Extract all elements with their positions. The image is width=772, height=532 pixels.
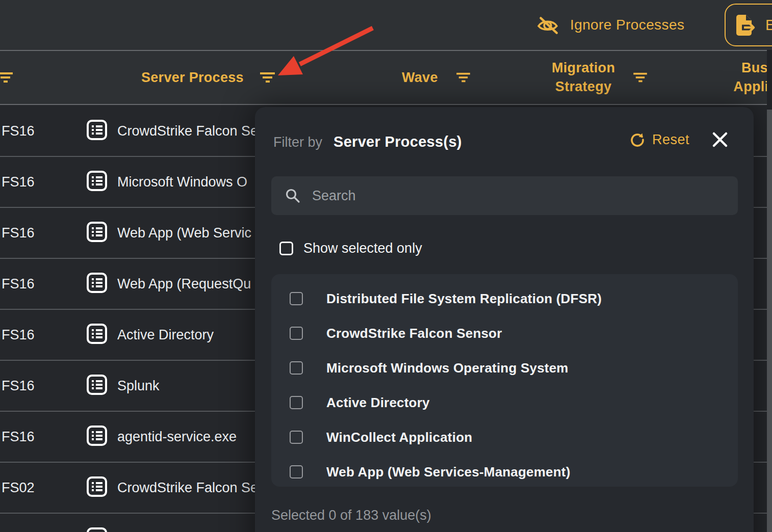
option-label: Microsoft Windows Operating System	[326, 360, 569, 376]
filter-column-name: Server Process(s)	[333, 134, 462, 150]
show-selected-checkbox[interactable]	[279, 242, 293, 255]
process-list-icon	[86, 475, 108, 500]
show-selected-only-toggle[interactable]: Show selected only	[279, 241, 422, 256]
process-name-cell: CrowdStrike Falcon Se	[117, 480, 258, 496]
filter-icon[interactable]	[0, 51, 13, 104]
filter-dialog: Filter by Server Process(s) Reset	[255, 107, 754, 532]
filter-option[interactable]: WinCollect Application	[271, 420, 738, 455]
process-name-cell: Microsoft Windows O	[117, 174, 247, 190]
process-list-icon	[86, 119, 108, 143]
filter-option[interactable]: Web App (Web Services-Management)	[271, 455, 738, 487]
eye-off-icon	[535, 13, 560, 37]
top-toolbar: Ignore Processes E	[0, 0, 772, 50]
process-name-cell: Splunk	[117, 378, 160, 394]
process-list-icon	[86, 221, 108, 245]
process-name-cell: Active Directory	[117, 327, 214, 343]
filter-dialog-title: Filter by Server Process(s)	[273, 134, 462, 150]
process-list-icon	[86, 424, 108, 449]
process-list-icon	[86, 374, 108, 398]
column-header-migration-strategy: Migration Strategy	[552, 51, 648, 104]
show-selected-label: Show selected only	[303, 241, 422, 256]
refresh-icon	[630, 132, 645, 147]
process-list-icon	[86, 526, 108, 532]
option-label: Web App (Web Services-Management)	[326, 464, 571, 480]
server-process-filter-icon[interactable]	[260, 71, 275, 84]
process-name-cell: agentid-service.exe	[117, 429, 237, 445]
server-name-cell: FS02	[2, 463, 35, 513]
server-name-cell: FS16	[2, 208, 35, 258]
option-label: WinCollect Application	[326, 430, 472, 445]
business-application-column-label: Busi Appli	[730, 59, 772, 96]
filter-option[interactable]: Active Directory	[271, 385, 738, 420]
reset-label: Reset	[652, 132, 689, 148]
reset-button[interactable]: Reset	[630, 132, 689, 148]
process-list-icon	[86, 323, 108, 347]
option-checkbox[interactable]	[290, 431, 303, 444]
server-process-column-label: Server Process	[141, 68, 244, 87]
option-label: Active Directory	[326, 395, 430, 411]
filter-options-list: Distributed File System Replication (DFS…	[271, 274, 738, 487]
filter-option[interactable]: Distributed File System Replication (DFS…	[271, 281, 738, 316]
close-icon[interactable]	[712, 131, 728, 148]
process-name-cell: Web App (Web Servic	[117, 225, 251, 241]
server-name-cell: FS16	[2, 361, 35, 411]
server-name-cell: FS16	[2, 106, 35, 156]
file-export-icon	[733, 12, 757, 38]
vertical-scrollbar-thumb[interactable]	[767, 110, 772, 532]
export-button-label: E	[765, 17, 772, 34]
table-header-row: Server Process Wave Migration Strategy B…	[0, 50, 772, 105]
selection-count-status: Selected 0 of 183 value(s)	[271, 508, 431, 523]
process-list-icon	[86, 170, 108, 194]
column-header-business-application: Busi Appli	[730, 51, 772, 104]
migration-strategy-filter-icon[interactable]	[633, 72, 648, 83]
option-checkbox[interactable]	[290, 396, 303, 409]
column-header-wave: Wave	[402, 51, 471, 104]
server-name-cell: FS16	[2, 412, 35, 462]
filter-by-label: Filter by	[273, 135, 322, 150]
server-name-cell: FS16	[2, 259, 35, 309]
server-name-cell: FS16	[2, 157, 35, 207]
wave-filter-icon[interactable]	[456, 72, 471, 83]
search-input[interactable]	[312, 188, 725, 204]
option-checkbox[interactable]	[290, 292, 303, 305]
option-checkbox[interactable]	[290, 327, 303, 340]
filter-option[interactable]: CrowdStrike Falcon Sensor	[271, 316, 738, 351]
filter-search-box	[271, 176, 738, 215]
migration-strategy-column-label: Migration Strategy	[552, 59, 615, 96]
filter-option[interactable]: Microsoft Windows Operating System	[271, 351, 738, 385]
server-name-cell: FS16	[2, 310, 35, 360]
option-label: CrowdStrike Falcon Sensor	[326, 326, 502, 341]
search-icon	[285, 188, 301, 204]
option-checkbox[interactable]	[290, 361, 303, 375]
process-list-icon	[86, 272, 108, 296]
ignore-processes-button[interactable]: Ignore Processes	[535, 0, 684, 50]
process-name-cell: Web App (RequestQu	[117, 276, 251, 292]
ignore-processes-label: Ignore Processes	[570, 17, 684, 33]
option-checkbox[interactable]	[290, 465, 303, 478]
column-header-server-process: Server Process	[141, 51, 275, 104]
export-button[interactable]: E	[725, 4, 772, 46]
wave-column-label: Wave	[402, 68, 438, 87]
process-name-cell: CrowdStrike Falcon Se	[117, 123, 258, 139]
option-label: Distributed File System Replication (DFS…	[326, 291, 602, 307]
